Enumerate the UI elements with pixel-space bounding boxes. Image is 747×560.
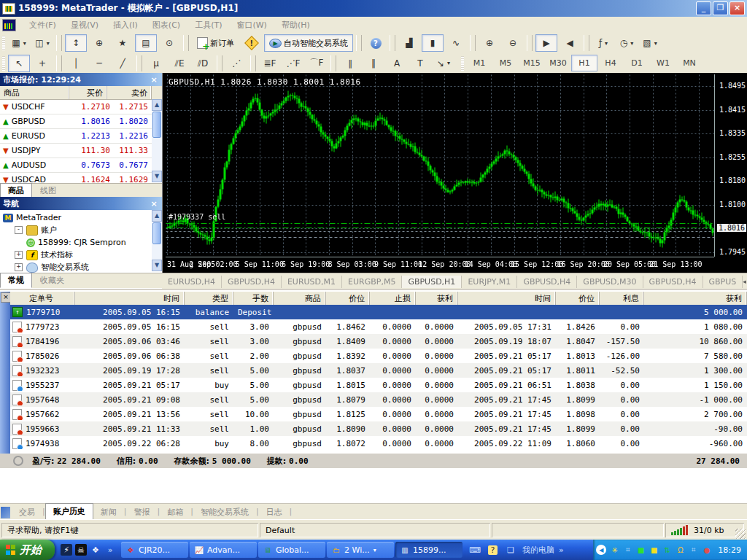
order-row[interactable]: 19576622005.09.21 13:56sell10.00gbpusd1.… (10, 407, 747, 421)
tray-green-icon[interactable]: ■ (635, 545, 646, 556)
tray-updown-icon[interactable]: ⇅ (662, 545, 673, 556)
task-button[interactable]: ▥15899... (395, 542, 462, 558)
menu-item-3[interactable]: 图表(C) (145, 18, 187, 33)
auto-scroll-button[interactable]: ▶ (535, 34, 557, 52)
order-row[interactable]: 17850262005.09.06 06:38sell2.00gbpusd1.8… (10, 349, 747, 363)
expert-advisors-button[interactable]: ▶自动智能交易系统 (264, 34, 353, 52)
order-row[interactable]: 19323232005.09.19 17:28sell5.00gbpusd1.8… (10, 363, 747, 378)
task-button[interactable]: 📈Advan... (190, 542, 257, 558)
market-watch-tab-商品[interactable]: 商品 (0, 183, 32, 198)
regression-channel-button[interactable]: ⫽D (192, 55, 214, 72)
lang-chevron-icon[interactable]: » (559, 545, 564, 555)
time-axis[interactable]: 31 Aug 20052 Sep 02:005 Sep 11:006 Sep 1… (166, 257, 714, 272)
chart-tab-GBPUSD,M30[interactable]: GBPUSD,M30 (577, 276, 643, 288)
timeframe-button-m5[interactable]: M5 (492, 55, 519, 71)
chart-tab-scroll-arrows[interactable]: ◂ ▸ (743, 278, 747, 285)
toolbar-grip2[interactable] (2, 56, 5, 71)
alerts-button[interactable]: ! (241, 34, 263, 52)
terminal-grip[interactable]: × (0, 292, 10, 468)
market-watch-tab-线图[interactable]: 线图 (32, 183, 64, 198)
bar-chart-button[interactable]: ▟ (398, 34, 420, 52)
navigator-tree-item[interactable]: -账户 (0, 224, 162, 236)
chart-tab-EURUSD,M1[interactable]: EURUSD,M1 (282, 276, 342, 288)
menu-item-5[interactable]: 窗口(W) (229, 18, 274, 33)
terminal-tab-邮箱[interactable]: 邮箱 (160, 505, 190, 520)
tray-network-icon[interactable]: ⌗ (622, 545, 633, 556)
navigator-tab-常规[interactable]: 常规 (0, 273, 32, 288)
task-dropdown-icon[interactable]: ▾ (374, 547, 376, 553)
indicators-button[interactable]: ƒ▾ (592, 34, 614, 52)
column-header-0[interactable]: 定单号 (10, 292, 75, 305)
navigator-tree-item[interactable]: MMetaTrader (0, 211, 162, 224)
chart-tab-GBPUSD,H1[interactable]: GBPUSD,H1 (402, 276, 462, 288)
menu-item-0[interactable]: 文件(F) (22, 18, 63, 33)
profiles-button[interactable]: ◫▾ (31, 34, 53, 52)
terminal-tab-警报[interactable]: 警报 (126, 505, 157, 520)
column-header-11[interactable]: 获利 (644, 292, 747, 305)
timeframe-button-w1[interactable]: W1 (650, 55, 676, 71)
chart-window[interactable]: GBPUSD,H1 1.8026 1.8030 1.8001 1.8016 #1… (162, 73, 747, 273)
crosshair-tool-button[interactable]: + (31, 55, 53, 72)
price-chart-canvas[interactable] (166, 74, 714, 257)
navigator-tree-item[interactable]: +智能交易系统 (0, 261, 162, 273)
text-label-button[interactable]: T (409, 55, 431, 72)
tray-yellow-icon[interactable]: ■ (649, 545, 659, 556)
close-button[interactable]: × (729, 1, 745, 15)
timeframe-button-m15[interactable]: M15 (519, 55, 545, 71)
menu-item-1[interactable]: 显视(V) (63, 18, 106, 33)
column-header-1[interactable]: 时间 (75, 292, 185, 305)
gann-fan-button[interactable]: ⋰ (225, 55, 247, 72)
expand-icon[interactable]: + (15, 251, 23, 259)
fibo-retracement-button[interactable]: ≣F (259, 55, 281, 72)
chart-tab-GBPUSD,H4[interactable]: GBPUSD,H4 (222, 276, 282, 288)
menu-item-6[interactable]: 帮助(H) (274, 18, 317, 33)
chart-shift-button[interactable]: ◀ (559, 34, 581, 52)
market-watch-row[interactable]: ▼USDJPY111.30111.33 (0, 144, 162, 158)
market-watch-row[interactable]: ▲AUDUSD0.76730.7677 (0, 158, 162, 173)
collapse-icon[interactable]: - (15, 226, 23, 234)
resize-grip[interactable] (735, 529, 746, 539)
indicators-button-dropdown-icon[interactable]: ▾ (605, 40, 608, 47)
vertical-line-button[interactable]: │ (65, 55, 87, 72)
column-header-3[interactable]: 手数 (233, 292, 274, 305)
nav-scroll-down-icon[interactable]: ▼ (152, 260, 162, 271)
line-chart-button[interactable]: ∿ (445, 34, 467, 52)
gann-line-button[interactable]: µ (145, 55, 167, 72)
tray-security-icon[interactable]: ● (701, 545, 712, 556)
templates-button[interactable]: ▧▾ (639, 34, 661, 52)
navigator-search-button[interactable]: ⊙ (158, 34, 180, 52)
trendline-button[interactable]: ╱ (112, 55, 133, 72)
expand-icon[interactable]: + (15, 263, 23, 271)
market-watch-row[interactable]: ▼USDCHF1.27101.2715 (0, 100, 162, 114)
market-watch-row[interactable]: ▲GBPUSD1.80161.8020 (0, 114, 162, 129)
navigator-tree-item[interactable]: ☺158999: CJR Sempron (0, 236, 162, 249)
tray-scales-icon[interactable]: Ω (675, 545, 686, 556)
toolbar-grip3[interactable] (461, 56, 464, 71)
column-header-9[interactable]: 价位 (556, 292, 600, 305)
chart-tab-EURGBP,M5[interactable]: EURGBP,M5 (342, 276, 402, 288)
toolbar-grip[interactable] (2, 36, 5, 50)
terminal-close-icon[interactable]: × (1, 292, 11, 303)
quicklaunch-chevron-icon[interactable]: » (104, 544, 116, 556)
parallel-lines-button[interactable]: ∥ (339, 55, 361, 72)
horizontal-line-button[interactable]: ─ (88, 55, 110, 72)
new-order-button[interactable]: 新订单 (192, 34, 239, 52)
menu-item-2[interactable]: 插入(I) (106, 18, 145, 33)
column-header-10[interactable]: 利息 (600, 292, 644, 305)
terminal-tab-新闻[interactable]: 新闻 (93, 505, 124, 520)
order-row[interactable]: 19596632005.09.21 11:33sell1.00gbpusd1.8… (10, 421, 747, 436)
task-button[interactable]: 🗀2 Wi...▾ (327, 542, 394, 558)
market-watch-close-icon[interactable]: × (149, 75, 159, 85)
timeframe-button-d1[interactable]: D1 (624, 55, 650, 71)
arrows-button[interactable]: ↘▾ (433, 55, 454, 72)
chart-tab-EURUSD,H4[interactable]: EURUSD,H4 (162, 276, 222, 288)
market-watch-column-1[interactable]: 买价 (69, 86, 107, 99)
chart-window-icon[interactable] (2, 19, 16, 31)
help-button[interactable]: ? (365, 34, 387, 52)
terminal-tab-智能交易系统[interactable]: 智能交易系统 (193, 505, 256, 520)
timeframe-button-m1[interactable]: M1 (466, 55, 492, 71)
nav-scroll-up-icon[interactable]: ▲ (152, 210, 162, 222)
cycle-lines-button[interactable]: ‖ (363, 55, 384, 72)
periods-button-dropdown-icon[interactable]: ▾ (630, 40, 633, 47)
terminal-tab-日志[interactable]: 日志 (259, 505, 290, 520)
